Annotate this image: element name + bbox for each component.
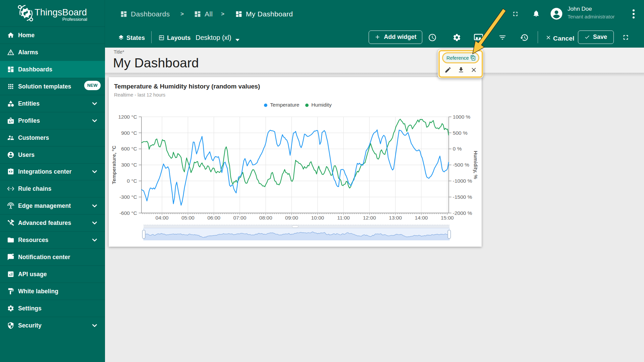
svg-text:10:00: 10:00 (311, 215, 324, 221)
svg-text:0 %: 0 % (453, 146, 462, 152)
svg-text:300 °C: 300 °C (121, 162, 137, 168)
svg-text:05:00: 05:00 (181, 215, 195, 221)
svg-text:-2000 %: -2000 % (453, 210, 472, 216)
svg-text:600 °C: 600 °C (121, 146, 137, 152)
svg-text:-600 °C: -600 °C (119, 210, 137, 216)
svg-text:-1000 %: -1000 % (453, 178, 472, 184)
svg-text:Professional: Professional (62, 17, 87, 22)
svg-text:0 °C: 0 °C (127, 178, 137, 184)
svg-text:08:00: 08:00 (259, 215, 272, 221)
svg-text:13:00: 13:00 (389, 215, 402, 221)
svg-text:06:00: 06:00 (207, 215, 220, 221)
svg-text:ThingsBoard: ThingsBoard (35, 7, 87, 17)
svg-text:09:00: 09:00 (285, 215, 298, 221)
svg-text:11:00: 11:00 (337, 215, 350, 221)
svg-text:Humidity, %: Humidity, % (473, 151, 479, 179)
svg-text:900 °C: 900 °C (121, 130, 137, 136)
svg-text:1000 %: 1000 % (453, 114, 471, 120)
svg-text:-300 °C: -300 °C (119, 194, 137, 200)
svg-text:500 %: 500 % (453, 130, 468, 136)
svg-text:Temperature, °C: Temperature, °C (111, 145, 117, 184)
svg-text:07:00: 07:00 (233, 215, 247, 221)
svg-text:15:00: 15:00 (441, 215, 454, 221)
svg-text:14:00: 14:00 (415, 215, 428, 221)
svg-text:04:00: 04:00 (156, 215, 169, 221)
svg-text:12:00: 12:00 (363, 215, 376, 221)
svg-text:1200 °C: 1200 °C (118, 114, 137, 120)
svg-text:-500 %: -500 % (453, 162, 469, 168)
svg-text:-1500 %: -1500 % (453, 194, 472, 200)
